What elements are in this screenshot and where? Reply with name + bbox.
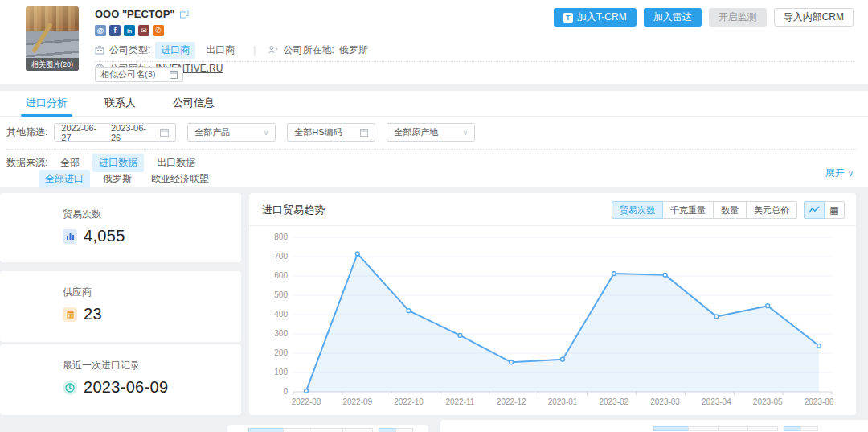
bottom-left-view-1[interactable] <box>379 428 396 432</box>
location-label: 公司所在地: <box>283 43 334 57</box>
metric-kg-weight[interactable]: 千克重量 <box>662 201 714 219</box>
hs-code-select[interactable]: 全部HS编码 <box>287 123 375 142</box>
similar-companies-label: 相似公司名(3) <box>100 68 155 80</box>
expand-toggle[interactable]: 展开 ∨ <box>825 167 854 180</box>
phone-icon[interactable]: ✆ <box>153 25 164 36</box>
bottom-right-metric-4[interactable] <box>747 426 778 431</box>
source-russia[interactable]: 俄罗斯 <box>96 170 138 188</box>
window-icon <box>360 129 368 137</box>
svg-text:600: 600 <box>274 271 288 280</box>
view-switch: ▦ <box>804 201 845 219</box>
tab-company-info[interactable]: 公司信息 <box>173 91 215 117</box>
social-icons: @ f in ✉ ✆ <box>95 25 368 36</box>
expand-label: 展开 <box>825 167 845 180</box>
start-monitor-button[interactable]: 开启监测 <box>709 8 767 27</box>
tag-exporter[interactable]: 出口商 <box>200 42 240 59</box>
start-monitor-label: 开启监测 <box>719 10 757 24</box>
svg-text:2022-08: 2022-08 <box>291 397 321 406</box>
similar-companies-dropdown[interactable]: 相似公司名(3) <box>95 67 183 82</box>
svg-text:400: 400 <box>274 310 288 319</box>
svg-text:2022-11: 2022-11 <box>445 397 474 406</box>
bottom-left-metric-1[interactable] <box>248 428 284 432</box>
svg-text:500: 500 <box>274 290 288 299</box>
trend-line-chart[interactable]: 01002003004005006007008002022-082022-092… <box>260 228 846 413</box>
stat-card-suppliers: 供应商 23 <box>0 271 241 342</box>
add-tcrm-label: 加入T-CRM <box>577 10 627 24</box>
chart-title: 进口贸易趋势 <box>262 203 325 217</box>
bottom-right-metric-3[interactable] <box>718 426 748 431</box>
svg-text:0: 0 <box>283 387 288 396</box>
chevron-down-icon: ∨ <box>848 169 854 178</box>
bottom-left-metric-4[interactable] <box>342 428 373 432</box>
company-name: OOO "PECTOP" <box>95 8 175 20</box>
header-divider <box>95 61 855 62</box>
stat-card-last-import: 最近一次进口记录 2023-06-09 <box>0 344 241 415</box>
calendar-icon <box>160 128 169 137</box>
linkedin-icon[interactable]: in <box>124 25 135 36</box>
company-type-label: 公司类型: <box>109 43 150 57</box>
add-tcrm-button[interactable]: T 加入T-CRM <box>554 8 637 27</box>
company-photo[interactable]: 相关图片(20) <box>26 6 79 71</box>
import-crm-button[interactable]: 导入内部CRM <box>774 8 854 27</box>
tab-bar: 进口分析 联系人 公司信息 <box>0 91 868 117</box>
svg-text:2023-04: 2023-04 <box>702 397 731 406</box>
date-range-picker[interactable]: 2022-06-27 2023-06-26 <box>54 123 176 142</box>
svg-text:2023-05: 2023-05 <box>752 397 782 406</box>
line-chart-view-button[interactable] <box>804 201 825 219</box>
bottom-right-metric-1[interactable] <box>653 426 689 431</box>
location-icon <box>268 45 278 55</box>
metric-trade-count[interactable]: 贸易次数 <box>612 201 663 219</box>
metric-switch: 贸易次数 千克重量 数量 美元总价 <box>612 201 797 219</box>
source-all-import[interactable]: 全部进口 <box>39 170 90 188</box>
company-header: 相关图片(20) OOO "PECTOP" @ f in ✉ ✆ 公司类型: 进… <box>0 0 868 84</box>
bottom-left-panel <box>227 425 428 432</box>
bottom-right-view-2[interactable] <box>800 426 818 431</box>
date-end: 2023-06-26 <box>111 123 156 142</box>
bottom-left-view-2[interactable] <box>395 428 413 432</box>
shop-icon <box>63 307 77 322</box>
svg-text:100: 100 <box>274 368 288 376</box>
product-select[interactable]: 全部产品 ∨ <box>187 123 276 142</box>
table-icon: ▦ <box>829 205 838 215</box>
website-social-icon[interactable]: @ <box>95 25 106 36</box>
copy-icon[interactable] <box>180 10 189 19</box>
tab-contacts[interactable]: 联系人 <box>104 91 136 117</box>
table-view-button[interactable]: ▦ <box>824 201 845 219</box>
tag-importer[interactable]: 进口商 <box>155 42 195 59</box>
bottom-right-view-1[interactable] <box>784 426 801 431</box>
stat-value: 4,055 <box>84 227 125 245</box>
svg-text:2023-01: 2023-01 <box>547 397 577 406</box>
clock-icon <box>63 381 77 395</box>
bottom-left-metric-3[interactable] <box>313 428 343 432</box>
product-select-value: 全部产品 <box>194 126 230 138</box>
add-radar-button[interactable]: 加入雷达 <box>644 8 702 27</box>
filter-label: 其他筛选: <box>6 125 47 139</box>
date-start: 2022-06-27 <box>61 123 106 142</box>
tcrm-icon: T <box>563 13 573 23</box>
facebook-icon[interactable]: f <box>109 25 121 36</box>
stat-card-trade-count: 贸易次数 4,055 <box>0 193 241 262</box>
company-type-icon <box>95 45 104 55</box>
svg-text:2022-10: 2022-10 <box>394 397 424 406</box>
origin-select[interactable]: 全部原产地 ∨ <box>387 123 475 142</box>
email-icon[interactable]: ✉ <box>138 25 149 36</box>
bottom-right-metric-2[interactable] <box>688 426 719 431</box>
window-icon <box>170 71 178 79</box>
source-eaeu[interactable]: 欧亚经济联盟 <box>145 170 215 188</box>
data-source-label: 数据来源: <box>6 156 47 170</box>
metric-quantity[interactable]: 数量 <box>713 201 747 219</box>
svg-text:2022-12: 2022-12 <box>496 397 526 406</box>
divider: | <box>253 44 256 56</box>
bottom-left-metric-2[interactable] <box>283 428 313 432</box>
metric-usd-total[interactable]: 美元总价 <box>746 201 797 219</box>
bar-chart-icon <box>63 229 77 244</box>
tab-import-analysis[interactable]: 进口分析 <box>26 91 68 117</box>
add-radar-label: 加入雷达 <box>653 10 692 24</box>
svg-text:2023-03: 2023-03 <box>650 397 680 406</box>
svg-text:300: 300 <box>274 329 288 338</box>
svg-text:2023-02: 2023-02 <box>599 397 628 406</box>
import-crm-label: 导入内部CRM <box>784 10 844 24</box>
related-images-label[interactable]: 相关图片(20) <box>26 58 79 71</box>
import-trend-panel: 进口贸易趋势 贸易次数 千克重量 数量 美元总价 ▦ 0100200300400… <box>249 193 856 415</box>
stat-label: 供应商 <box>63 286 241 299</box>
